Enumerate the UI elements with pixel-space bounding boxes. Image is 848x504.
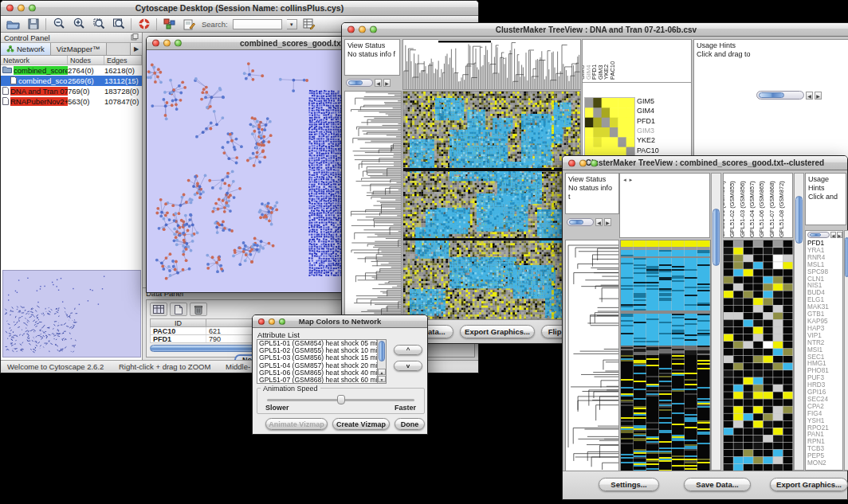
main-title-bar[interactable]: Cytoscape Desktop (Session Name: collins…: [1, 1, 478, 16]
close-button[interactable]: [6, 5, 14, 12]
tree-zoom-spinner: ◀ ▶: [567, 218, 611, 226]
zoom-button[interactable]: [175, 40, 182, 47]
scrollbar-thumb[interactable]: [379, 341, 385, 361]
matrix-row-label: PAC10: [637, 147, 659, 155]
spinner-left-icon[interactable]: ◀: [806, 92, 813, 100]
minimize-button[interactable]: [579, 159, 587, 166]
spinner-right-icon[interactable]: ▶: [815, 92, 822, 100]
close-button[interactable]: [347, 26, 355, 33]
spinner-right-icon[interactable]: ▶: [604, 218, 611, 226]
slider-thumb[interactable]: [337, 395, 345, 404]
scrollbar-thumb[interactable]: [795, 196, 803, 244]
network-tab-icon: [6, 45, 14, 53]
search-dropdown-arrow-icon[interactable]: ▼: [287, 19, 297, 29]
zoom-out-icon[interactable]: [51, 18, 66, 31]
selected-vscrollbar[interactable]: [794, 173, 804, 471]
col-header-nodes[interactable]: Nodes: [68, 56, 104, 64]
float-panel-icon[interactable]: [131, 33, 139, 42]
new-attribute-icon[interactable]: [170, 303, 187, 316]
spinner-left-icon[interactable]: ◀: [830, 232, 836, 238]
close-button[interactable]: [152, 40, 159, 47]
treeview-combined-title-bar[interactable]: ClusterMaker TreeView : combined_scores_…: [563, 156, 847, 170]
heatmap-canvas[interactable]: [402, 91, 581, 322]
move-down-button[interactable]: v: [394, 361, 422, 371]
col-header-edges[interactable]: Edges: [104, 56, 142, 64]
export-graphics-button[interactable]: Export Graphics...: [460, 325, 535, 338]
spinner-left-icon[interactable]: ◀: [595, 218, 603, 226]
spinner-left-icon[interactable]: ◀: [375, 79, 382, 87]
matrix-row-label: YKE2: [637, 136, 655, 145]
attr-col-id[interactable]: ID: [151, 319, 206, 326]
row-dendrogram-canvas[interactable]: [565, 240, 619, 472]
zoom-fit-icon[interactable]: [111, 18, 126, 31]
tab-vizmapper[interactable]: VizMapper™: [51, 43, 107, 55]
tab-overflow-arrow[interactable]: ▶: [130, 43, 142, 55]
selected-cluster-heatmap-canvas[interactable]: [723, 240, 794, 472]
network-table-row[interactable]: DNA and Tran 07769(0)183728(0): [1, 86, 142, 96]
zoom-in-icon[interactable]: [71, 18, 86, 31]
close-button[interactable]: [568, 159, 575, 166]
treeview-dna-title-bar[interactable]: ClusterMaker TreeView : DNA and Tran 07-…: [342, 23, 848, 37]
close-button[interactable]: [258, 318, 265, 325]
gene-label[interactable]: MON2: [807, 460, 843, 467]
minimize-button[interactable]: [269, 318, 275, 325]
selected-cluster-heatmap-canvas[interactable]: [584, 97, 635, 158]
export-graphics-button[interactable]: Export Graphics...: [770, 478, 848, 491]
open-folder-icon[interactable]: [6, 18, 21, 31]
tab-network[interactable]: Network: [1, 43, 51, 55]
network-table-row[interactable]: RNAPuberNov2+563(0)107847(0): [1, 96, 142, 107]
scrollbar-thumb[interactable]: [713, 209, 720, 266]
create-vizmap-button[interactable]: Create Vizmap: [332, 418, 390, 430]
zoom-pill[interactable]: [756, 91, 804, 100]
zoom-selected-icon[interactable]: [91, 18, 106, 31]
save-data-button[interactable]: Save Data...: [684, 478, 751, 491]
save-disk-icon[interactable]: [26, 18, 41, 31]
zoom-button[interactable]: [29, 5, 36, 12]
gene-list[interactable]: PFD1YRA1RNR4MSL1SPC98CLN1NIS1BUD4ELG1MAK…: [806, 240, 843, 467]
dialog-title-bar[interactable]: Map Colors to Network: [253, 315, 427, 328]
zoom-button[interactable]: [370, 26, 377, 33]
gene-list-scrollbar[interactable]: [844, 230, 848, 471]
birdseye-canvas[interactable]: [3, 271, 140, 357]
network-table-row[interactable]: combined_scores2764(0)16218(0): [1, 65, 142, 76]
scrollbar-thumb[interactable]: [845, 237, 848, 277]
status-hint-pan: Middle-: [226, 362, 250, 371]
network-edges: 183728(0): [104, 87, 142, 96]
spinner-right-icon[interactable]: ▶: [383, 79, 391, 87]
scroll-up-icon[interactable]: ▲: [378, 369, 386, 375]
zoom-button[interactable]: [591, 159, 598, 166]
network-table-header: Network Nodes Edges: [1, 56, 142, 65]
minimize-button[interactable]: [359, 26, 366, 33]
network-table-row[interactable]: combined_sco2569(6)13112(15): [1, 76, 142, 86]
row-dendrogram-canvas[interactable]: [344, 91, 402, 322]
col-header-network[interactable]: Network: [1, 56, 68, 64]
spinner-right-icon[interactable]: ▶: [837, 232, 842, 238]
vizmap-shortcut-icon[interactable]: [162, 18, 177, 31]
settings-button[interactable]: Settings...: [599, 478, 659, 491]
usage-hints-text: Click and: [808, 193, 843, 201]
delete-attribute-trash-icon[interactable]: [190, 303, 207, 316]
zoom-pill[interactable]: [346, 79, 373, 87]
move-up-button[interactable]: ^: [394, 345, 422, 355]
done-button[interactable]: Done: [395, 418, 425, 430]
main-vscrollbar[interactable]: [711, 173, 721, 471]
zoom-button[interactable]: [279, 318, 285, 325]
help-lifesaver-icon[interactable]: [136, 18, 151, 31]
attribute-item[interactable]: GPL51-07 (GSM868) heat shock 60 min: [257, 377, 377, 384]
scroll-down-icon[interactable]: ▼: [378, 376, 386, 382]
animation-speed-slider[interactable]: [267, 399, 414, 401]
zoom-pill[interactable]: [567, 218, 594, 226]
zoom-pill[interactable]: [807, 232, 830, 238]
attribute-list[interactable]: GPL51-01 (GSM854) heat shock 05 minGPL51…: [257, 339, 387, 384]
minimize-button[interactable]: [18, 5, 25, 12]
attribute-select-icon[interactable]: [150, 303, 167, 316]
minimize-button[interactable]: [163, 40, 171, 47]
birdseye-view[interactable]: [2, 270, 141, 357]
network-name-cell: combined_scores: [1, 66, 68, 75]
import-table-icon[interactable]: [302, 18, 317, 31]
heatmap-canvas[interactable]: [620, 240, 711, 472]
attribute-list-scrollbar[interactable]: ▲ ▼: [377, 340, 386, 383]
search-input[interactable]: [233, 19, 282, 29]
column-dendrogram-canvas[interactable]: [402, 39, 581, 90]
annotation-icon[interactable]: [182, 18, 197, 31]
